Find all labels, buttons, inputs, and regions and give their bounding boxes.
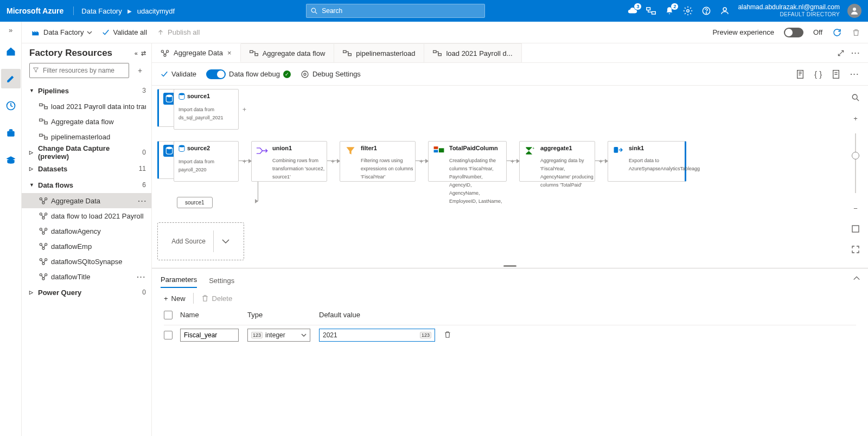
trash-icon[interactable] (852, 28, 860, 37)
script-icon[interactable] (796, 69, 805, 79)
rail-learn[interactable] (1, 150, 21, 170)
tab-aggregate-data-flow[interactable]: Aggregate data flow (241, 43, 335, 62)
node-sink1[interactable]: sink1Export data to AzureSynapseAnalytic… (608, 141, 686, 182)
account-menu[interactable]: alahmad.abdulrazak.nl@gmail.com DEFAULT … (738, 4, 840, 17)
delete-parameter-button[interactable]: Delete (201, 294, 233, 303)
refresh-icon[interactable] (832, 28, 842, 37)
node-filter1[interactable]: filter1Filtering rows using expressions … (340, 141, 416, 182)
tree-dataflows[interactable]: ▼Data flows 6 (29, 177, 146, 193)
global-search[interactable]: Search (306, 4, 485, 18)
param-name-input[interactable] (180, 329, 239, 342)
cloud-shell-icon[interactable]: 3 (627, 5, 638, 16)
azure-logo[interactable]: Microsoft Azure (7, 7, 74, 15)
pipeline-item[interactable]: load 2021 Payroll data into transacti... (29, 99, 146, 114)
dataflow-item[interactable]: dataflowAgency (29, 223, 146, 239)
add-source-button[interactable]: Add Source (157, 222, 244, 260)
row-checkbox[interactable] (164, 331, 173, 339)
tab-settings[interactable]: Settings (209, 277, 234, 288)
add-output-icon[interactable]: + (599, 158, 603, 165)
tab-pipelinemasterload[interactable]: pipelinemasterload (334, 43, 424, 62)
pipeline-item[interactable]: pipelinemasterload (29, 129, 146, 144)
node-source2[interactable]: source2 Import data from payroll_2020 + (174, 141, 239, 182)
directories-icon[interactable] (646, 5, 656, 16)
svg-point-43 (304, 73, 306, 75)
zoom-out-icon[interactable]: − (848, 201, 863, 216)
filter-input[interactable] (29, 63, 129, 78)
aggregate-icon: + (524, 145, 536, 157)
zoom-in-icon[interactable]: + (848, 111, 863, 126)
validate-all-button[interactable]: Validate all (102, 28, 147, 36)
feedback-icon[interactable] (719, 5, 730, 16)
svg-point-47 (166, 95, 172, 98)
fullscreen-icon[interactable] (848, 242, 863, 257)
add-output-icon[interactable]: + (242, 158, 246, 165)
code-braces-icon[interactable]: { } (814, 69, 822, 79)
help-icon[interactable] (701, 5, 712, 16)
row-delete-icon[interactable] (444, 330, 451, 341)
collapse-panel-icon[interactable] (853, 274, 868, 283)
expand-icon[interactable] (837, 49, 845, 57)
zoom-slider-knob[interactable] (852, 152, 859, 159)
fit-screen-icon[interactable] (848, 221, 863, 236)
add-output-icon[interactable]: + (510, 158, 514, 165)
tab-load-2021-payroll[interactable]: load 2021 Payroll d... (424, 43, 521, 62)
tree-pipelines[interactable]: ▼Pipelines 3 (29, 82, 146, 99)
param-value-input[interactable]: 2021 123 (319, 329, 435, 342)
dataflow-item[interactable]: dataflowSQltoSynapse (29, 254, 146, 269)
account-email: alahmad.abdulrazak.nl@gmail.com (738, 4, 840, 11)
add-output-icon[interactable]: + (419, 158, 423, 165)
add-resource-button[interactable]: + (134, 65, 146, 76)
tree-powerquery[interactable]: ▷Power Query 0 (29, 284, 146, 300)
expand-rail-icon[interactable]: » (9, 26, 12, 34)
new-parameter-button[interactable]: + New (164, 294, 186, 303)
item-menu-icon[interactable]: ··· (138, 197, 147, 205)
breadcrumb-root[interactable]: Data Factory (81, 7, 122, 15)
search-canvas-icon[interactable] (848, 90, 863, 105)
more-tabs-icon[interactable]: ··· (851, 49, 860, 57)
data-flow-debug-toggle[interactable]: Data flow debug ✓ (206, 69, 291, 79)
item-menu-icon[interactable]: ··· (137, 273, 146, 281)
panel-resize-handle[interactable] (152, 264, 868, 268)
preview-toggle[interactable] (784, 28, 803, 37)
rail-monitor[interactable] (1, 96, 21, 116)
breadcrumb-leaf[interactable]: udacitymydf (137, 7, 175, 15)
notifications-icon[interactable]: 2 (664, 5, 675, 16)
search-placeholder: Search (322, 7, 342, 15)
param-type-select[interactable]: 123integer (247, 329, 310, 342)
svg-text:+: + (532, 146, 534, 150)
node-aggregate1[interactable]: + aggregate1Aggregating data by 'FiscalY… (519, 141, 595, 182)
settings-icon[interactable] (682, 5, 693, 16)
dataflow-item[interactable]: Aggregate Data··· (22, 193, 151, 208)
dataflow-item[interactable]: data flow to load 2021 Payroll Data t... (29, 208, 146, 223)
node-totalpaidcolumn[interactable]: TotalPaidColumnCreating/updating the col… (428, 141, 507, 182)
select-all-checkbox[interactable] (164, 311, 173, 319)
rail-home[interactable] (1, 42, 21, 61)
dataflow-item[interactable]: dataflowTitle··· (29, 269, 146, 284)
node-source1[interactable]: source1 Import data from ds_sql_payroll_… (174, 89, 239, 130)
tree-datasets[interactable]: ▷Datasets 11 (29, 161, 146, 177)
rail-manage[interactable] (1, 123, 21, 143)
svg-rect-45 (797, 70, 803, 78)
chevron-down-icon (301, 333, 307, 337)
avatar[interactable] (847, 4, 861, 18)
toolbar-more-icon[interactable]: ··· (850, 70, 859, 78)
add-output-icon[interactable]: + (242, 106, 246, 113)
dataflow-canvas[interactable]: source1 Import data from ds_sql_payroll_… (152, 86, 868, 264)
tree-cdc[interactable]: ▷Change Data Capture (preview) 0 (29, 144, 146, 161)
union-input-source1[interactable]: source1 (177, 197, 213, 208)
sidebar-collapse-icon[interactable]: « ⇄ (135, 50, 146, 57)
close-icon[interactable]: × (227, 49, 232, 57)
pipeline-item[interactable]: Aggregate data flow (29, 114, 146, 129)
tab-aggregate-data[interactable]: Aggregate Data× (152, 43, 241, 62)
debug-settings-button[interactable]: Debug Settings (301, 70, 361, 79)
chevron-down-icon (221, 239, 230, 244)
rail-author[interactable] (1, 69, 21, 88)
subbar-data-factory[interactable]: Data Factory (31, 28, 92, 36)
properties-icon[interactable] (832, 69, 840, 79)
dataflow-item[interactable]: dataflowEmp (29, 239, 146, 254)
add-output-icon[interactable]: + (331, 158, 335, 165)
node-union1[interactable]: union1Combining rows from transformation… (251, 141, 327, 182)
validate-button[interactable]: Validate (161, 70, 196, 78)
publish-all-button[interactable]: Publish all (157, 28, 200, 36)
tab-parameters[interactable]: Parameters (161, 275, 197, 288)
